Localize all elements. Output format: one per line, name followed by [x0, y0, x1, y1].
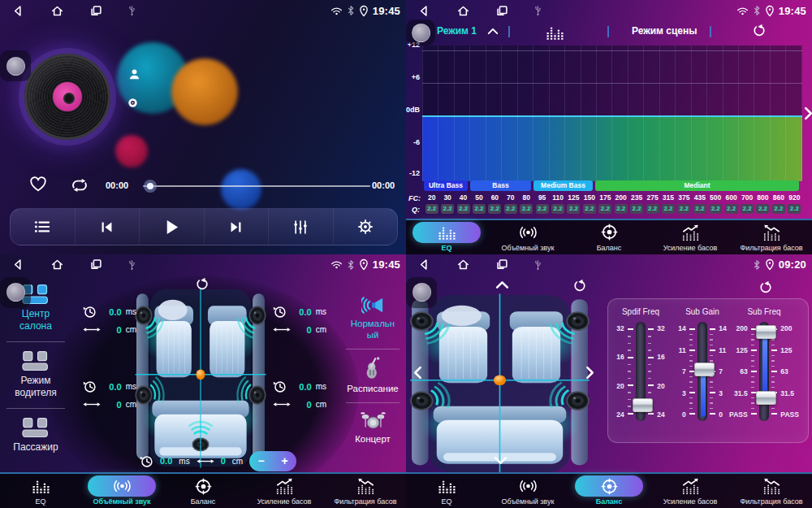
floating-assist-ball[interactable] [0, 50, 31, 81]
recents-icon[interactable] [89, 258, 103, 271]
tab-balance[interactable]: Баланс [568, 474, 650, 508]
eq-band-3[interactable]: Mediant [595, 180, 799, 191]
q-value-box[interactable]: 2.2 [772, 204, 785, 214]
reset-icon[interactable] [752, 24, 766, 37]
scene-mode-button[interactable]: Режим сцены [632, 25, 698, 37]
clock-icon[interactable] [83, 305, 97, 319]
tab-bass-filter[interactable]: Фильтрация басов [731, 474, 812, 508]
eq-band-1[interactable]: Bass [470, 180, 531, 191]
slider-thumb[interactable] [694, 363, 715, 376]
q-value-box[interactable]: 2.2 [583, 204, 596, 214]
move-right-chevron-icon[interactable] [585, 366, 594, 380]
floating-assist-ball[interactable] [406, 277, 437, 308]
slider-track[interactable] [636, 322, 646, 421]
eq-view-icon[interactable] [546, 25, 564, 40]
next-page-arrow-icon[interactable] [804, 106, 812, 120]
q-value-box[interactable]: 2.2 [709, 204, 722, 214]
q-value-box[interactable]: 2.2 [473, 204, 486, 214]
position-item-1[interactable]: Режим водителя [0, 345, 71, 405]
q-value-box[interactable]: 2.2 [536, 204, 549, 214]
clock-icon[interactable] [273, 305, 287, 319]
recents-icon[interactable] [495, 4, 509, 18]
q-value-box[interactable]: 2.2 [598, 204, 611, 214]
q-value-box[interactable]: 2.2 [457, 204, 470, 214]
home-icon[interactable] [456, 4, 470, 18]
minus-button[interactable]: − [249, 451, 273, 471]
tab-balance[interactable]: Баланс [162, 474, 244, 508]
q-value-box[interactable]: 2.2 [425, 204, 438, 214]
recents-icon[interactable] [495, 258, 509, 271]
back-icon[interactable] [11, 258, 25, 271]
q-value-box[interactable]: 2.2 [646, 204, 659, 214]
equalizer-button[interactable] [268, 209, 333, 245]
progress-thumb[interactable] [144, 180, 157, 193]
q-value-box[interactable]: 2.2 [520, 204, 533, 214]
vinyl-record[interactable] [24, 54, 110, 140]
move-up-chevron-icon[interactable] [495, 280, 509, 289]
lr-icon[interactable] [273, 326, 291, 333]
home-icon[interactable] [50, 4, 64, 18]
q-value-box[interactable]: 2.2 [441, 204, 454, 214]
q-value-box[interactable]: 2.2 [551, 204, 564, 214]
reset-icon[interactable] [572, 279, 586, 293]
q-value-box[interactable]: 2.2 [567, 204, 580, 214]
back-icon[interactable] [11, 4, 25, 18]
lr-icon[interactable] [83, 401, 101, 408]
home-icon[interactable] [50, 258, 64, 271]
tab-balance[interactable]: Баланс [568, 220, 650, 254]
tab-surround[interactable]: Объёмный звук [81, 474, 162, 508]
artist-icon[interactable] [128, 68, 140, 80]
favorite-icon[interactable] [29, 176, 47, 193]
tab-bass-boost[interactable]: Усиление басов [650, 220, 731, 254]
q-value-box[interactable]: 2.2 [741, 204, 754, 214]
recents-icon[interactable] [89, 4, 103, 18]
slider-thumb[interactable] [756, 391, 776, 405]
next-track-button[interactable] [204, 209, 269, 245]
repeat-icon[interactable] [70, 178, 89, 193]
eq-band-2[interactable]: Medium Bass [533, 180, 593, 191]
back-icon[interactable] [417, 4, 431, 18]
previous-track-button[interactable] [75, 209, 140, 245]
playlist-button[interactable] [11, 209, 75, 245]
eq-band-0[interactable]: Ultra Bass [424, 180, 468, 191]
lr-icon[interactable] [273, 401, 291, 408]
tab-surround[interactable]: Объёмный звук [487, 220, 568, 254]
tab-surround[interactable]: Объёмный звук [487, 474, 568, 508]
tab-bass-boost[interactable]: Усиление басов [244, 474, 325, 508]
move-down-chevron-icon[interactable] [494, 456, 508, 465]
cabin-seat-map[interactable] [408, 291, 591, 480]
play-button[interactable] [139, 209, 204, 245]
scene-item-2[interactable]: Концерт [341, 405, 404, 451]
slider-thumb[interactable] [633, 398, 653, 412]
cabin-seat-map[interactable] [134, 285, 267, 474]
q-value-box[interactable]: 2.2 [488, 204, 501, 214]
settings-button[interactable] [333, 209, 398, 245]
floating-assist-ball[interactable] [0, 277, 31, 308]
position-item-2[interactable]: Пассажир [0, 412, 71, 459]
tab-bass-filter[interactable]: Фильтрация басов [325, 474, 406, 508]
scene-item-1[interactable]: Расписание [341, 351, 404, 401]
back-icon[interactable] [417, 258, 431, 271]
lr-icon[interactable] [197, 458, 214, 465]
slider-thumb-upper[interactable] [756, 325, 776, 339]
q-value-box[interactable]: 2.2 [677, 204, 690, 214]
progress-track[interactable] [143, 185, 370, 187]
tab-bass-filter[interactable]: Фильтрация басов [731, 220, 812, 254]
reset-icon[interactable] [195, 277, 209, 291]
clock-icon[interactable] [273, 380, 287, 393]
q-value-box[interactable]: 2.2 [615, 204, 628, 214]
home-icon[interactable] [456, 258, 470, 271]
plus-button[interactable]: + [273, 451, 296, 471]
floating-assist-ball[interactable] [406, 20, 435, 46]
lr-icon[interactable] [83, 326, 101, 333]
q-value-box[interactable]: 2.2 [693, 204, 706, 214]
eq-preset-selector[interactable]: Режим 1 [437, 25, 477, 37]
slider-track[interactable] [698, 322, 708, 421]
slider-track[interactable] [759, 322, 770, 421]
clock-icon[interactable] [83, 380, 97, 393]
q-value-box[interactable]: 2.2 [504, 204, 517, 214]
q-value-box[interactable]: 2.2 [756, 204, 769, 214]
tab-bass-boost[interactable]: Усиление басов [650, 474, 731, 508]
album-disc-icon[interactable] [127, 98, 138, 108]
q-value-box[interactable]: 2.2 [662, 204, 675, 214]
